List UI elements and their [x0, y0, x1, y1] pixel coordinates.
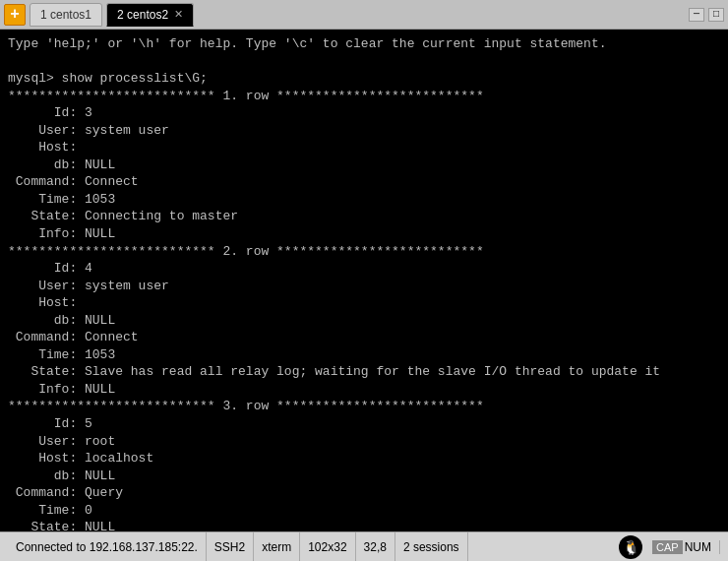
terminal-output: Type 'help;' or '\h' for help. Type '\c'…: [0, 30, 728, 531]
title-bar: + 1 centos1 2 centos2 ✕ ─ □: [0, 0, 728, 30]
status-pos: 32,8: [356, 532, 395, 561]
tab-centos2-label: 2 centos2: [117, 8, 168, 22]
term-text: xterm: [262, 540, 291, 554]
minimize-button[interactable]: ─: [689, 8, 704, 22]
status-right: 🐧 CAP NUM: [617, 533, 720, 561]
status-protocol: SSH2: [207, 532, 254, 561]
maximize-button[interactable]: □: [708, 8, 724, 22]
status-size: 102x32: [300, 532, 355, 561]
status-sessions: 2 sessions: [395, 532, 468, 561]
status-cap: CAP NUM: [644, 540, 720, 554]
status-term: xterm: [254, 532, 300, 561]
cap-flag: CAP: [652, 540, 683, 554]
tab-centos1-label: 1 centos1: [40, 8, 91, 22]
tab-centos2[interactable]: 2 centos2 ✕: [106, 3, 194, 27]
size-text: 102x32: [308, 540, 346, 554]
penguin-icon: 🐧: [619, 535, 642, 559]
penguin-icon-button[interactable]: 🐧: [617, 533, 644, 561]
sessions-text: 2 sessions: [403, 540, 459, 554]
add-tab-button[interactable]: +: [4, 4, 26, 26]
pos-text: 32,8: [364, 540, 387, 554]
window-controls: ─ □: [689, 8, 724, 22]
tab-close-button[interactable]: ✕: [174, 8, 183, 21]
protocol-text: SSH2: [214, 540, 245, 554]
status-bar: Connected to 192.168.137.185:22. SSH2 xt…: [0, 531, 728, 561]
connection-text: Connected to 192.168.137.185:22.: [16, 540, 198, 554]
tab-centos1[interactable]: 1 centos1: [30, 3, 102, 27]
status-connection: Connected to 192.168.137.185:22.: [8, 532, 207, 561]
tab-bar: + 1 centos1 2 centos2 ✕: [4, 3, 689, 27]
num-text: NUM: [685, 540, 711, 554]
